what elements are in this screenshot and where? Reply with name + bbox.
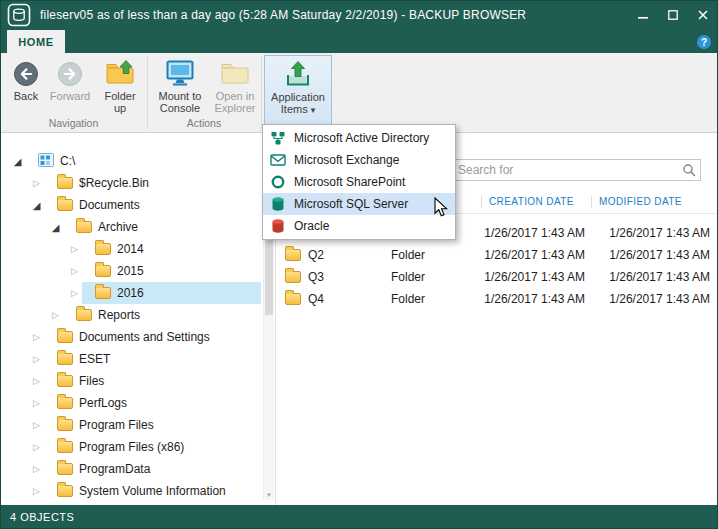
expand-arrow-icon[interactable] [67, 244, 82, 254]
window-title: fileserv05 as of less than a day ago (5:… [40, 8, 526, 22]
tree-item-core[interactable]: 2016 [82, 282, 261, 304]
tree-item-label: 2015 [117, 264, 144, 278]
tree-item-core[interactable]: PerfLogs [44, 392, 261, 414]
expand-arrow-icon[interactable] [29, 376, 44, 386]
folder-icon [57, 373, 73, 390]
file-type-cell: Folder [381, 292, 481, 306]
expand-arrow-icon[interactable] [29, 464, 44, 474]
tree-item-label: 2014 [117, 242, 144, 256]
tree-item-core[interactable]: Archive [63, 216, 261, 238]
file-row-q2[interactable]: Q2Folder1/26/2017 1:43 AM1/26/2017 1:43 … [277, 244, 718, 266]
tree-item-core[interactable]: 2014 [82, 238, 261, 260]
tree-item-perflogs[interactable]: PerfLogs [0, 392, 275, 414]
file-name-cell: Q3 [277, 269, 381, 286]
tree-item-programdata[interactable]: ProgramData [0, 458, 275, 480]
tree-item-core[interactable]: Documents and Settings [44, 326, 261, 348]
tree-item-eset[interactable]: ESET [0, 348, 275, 370]
column-header-modified-date[interactable]: MODIFIED DATE [591, 190, 718, 213]
tree-item-documents-and-settings[interactable]: Documents and Settings [0, 326, 275, 348]
tree-item-core[interactable]: ProgramData [44, 458, 261, 480]
tree-item-core[interactable]: Files [44, 370, 261, 392]
tree-item-program-files[interactable]: Program Files [0, 414, 275, 436]
tree-item-archive[interactable]: Archive [0, 216, 275, 238]
tree-item-core[interactable]: $Recycle.Bin [44, 172, 261, 194]
application-items-button[interactable]: Application Items [264, 55, 332, 125]
tree-item-core[interactable]: C:\ [25, 150, 261, 172]
menu-item-sql-server[interactable]: Microsoft SQL Server [263, 193, 455, 215]
menu-item-exchange[interactable]: Microsoft Exchange [263, 149, 455, 171]
tree-item-reports[interactable]: Reports [0, 304, 275, 326]
tree-item-core[interactable]: Reports [63, 304, 261, 326]
menu-item-oracle[interactable]: Oracle [263, 215, 455, 237]
expand-arrow-icon[interactable] [29, 420, 44, 430]
folder-icon [57, 395, 73, 412]
tree-item-files[interactable]: Files [0, 370, 275, 392]
modified-date-cell: 1/26/2017 1:43 AM [591, 292, 718, 306]
mount-to-console-button[interactable]: Mount to Console [151, 56, 209, 120]
tree-item-documents[interactable]: Documents [0, 194, 275, 216]
folder-icon [57, 329, 73, 346]
tree-item-label: Documents [79, 198, 140, 212]
oracle-icon [270, 218, 286, 234]
status-bar: 4 OBJECTS [0, 505, 718, 529]
help-button[interactable]: ? [697, 35, 711, 49]
folder-up-button[interactable]: Folder up [96, 56, 144, 120]
active-directory-icon [270, 130, 286, 146]
tree-item-recycle-bin[interactable]: $Recycle.Bin [0, 172, 275, 194]
tree-item-system-volume-information[interactable]: System Volume Information [0, 480, 275, 502]
tree-item-label: $Recycle.Bin [79, 176, 149, 190]
menu-item-label: Oracle [294, 219, 329, 233]
menu-item-active-directory[interactable]: Microsoft Active Directory [263, 127, 455, 149]
tree-item-2014[interactable]: 2014 [0, 238, 275, 260]
close-button[interactable] [688, 0, 718, 30]
menu-item-label: Microsoft Exchange [294, 153, 399, 167]
forward-button[interactable]: Forward [46, 56, 94, 120]
ribbon: Back Forward Folder up [0, 53, 718, 133]
expand-arrow-icon[interactable] [29, 354, 44, 364]
expand-arrow-icon[interactable] [29, 442, 44, 452]
tree-item-core[interactable]: ESET [44, 348, 261, 370]
back-button[interactable]: Back [6, 56, 46, 120]
tree-item-core[interactable]: System Volume Information [44, 480, 261, 502]
ribbon-separator [261, 56, 262, 129]
tree-item-core[interactable]: 2015 [82, 260, 261, 282]
tree-item-core[interactable]: Documents [44, 194, 261, 216]
collapse-arrow-icon[interactable] [48, 222, 63, 233]
expand-arrow-icon[interactable] [29, 332, 44, 342]
sharepoint-icon [270, 174, 286, 190]
file-row-q4[interactable]: Q4Folder1/26/2017 1:43 AM1/26/2017 1:43 … [277, 288, 718, 310]
tree-item-core[interactable]: Program Files [44, 414, 261, 436]
tree-item-core[interactable]: Program Files (x86) [44, 436, 261, 458]
folder-icon [57, 197, 73, 214]
file-name-cell: Q2 [277, 247, 381, 264]
modified-date-cell: 1/26/2017 1:43 AM [591, 226, 718, 240]
tree-item-2016[interactable]: 2016 [0, 282, 275, 304]
tree-item-label: System Volume Information [79, 484, 226, 498]
tree-item-label: C:\ [60, 154, 75, 168]
tree-item-2015[interactable]: 2015 [0, 260, 275, 282]
file-row-q3[interactable]: Q3Folder1/26/2017 1:43 AM1/26/2017 1:43 … [277, 266, 718, 288]
column-header-creation-date[interactable]: CREATION DATE [481, 190, 591, 213]
tree-item-c[interactable]: C:\ [0, 150, 275, 172]
tree-item-program-files-x86[interactable]: Program Files (x86) [0, 436, 275, 458]
minimize-button[interactable] [628, 0, 658, 30]
folder-icon [95, 285, 111, 302]
open-in-explorer-button[interactable]: Open in Explorer [209, 56, 261, 120]
maximize-button[interactable] [658, 0, 688, 30]
tree-item-label: Documents and Settings [79, 330, 210, 344]
expand-arrow-icon[interactable] [29, 486, 44, 496]
group-label-actions: Actions [147, 117, 261, 129]
collapse-arrow-icon[interactable] [29, 200, 44, 211]
collapse-arrow-icon[interactable] [10, 156, 25, 167]
expand-arrow-icon[interactable] [67, 266, 82, 276]
expand-arrow-icon[interactable] [29, 178, 44, 188]
expand-arrow-icon[interactable] [67, 288, 82, 298]
creation-date-cell: 1/26/2017 1:43 AM [481, 270, 591, 284]
expand-arrow-icon[interactable] [48, 310, 63, 320]
menu-item-sharepoint[interactable]: Microsoft SharePoint [263, 171, 455, 193]
file-name: Q4 [308, 292, 324, 306]
search-input[interactable] [451, 159, 701, 181]
tab-home[interactable]: HOME [7, 30, 65, 53]
expand-arrow-icon[interactable] [29, 398, 44, 408]
exchange-icon [270, 152, 286, 168]
